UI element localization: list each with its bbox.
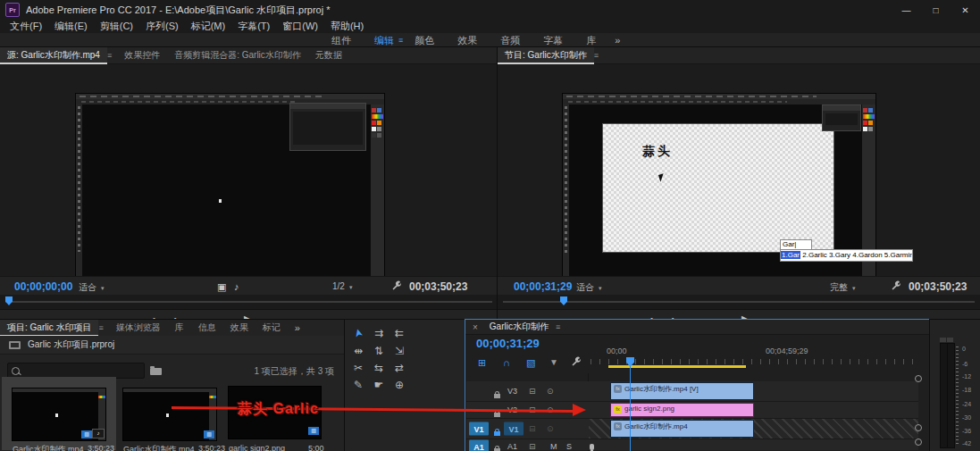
tab-project[interactable]: 项目: Garlic 水印项目 (0, 320, 98, 337)
track-output-eye-icon[interactable]: ⊙ (547, 424, 554, 433)
track-lock-icon[interactable] (494, 413, 500, 417)
project-item-thumbnail[interactable]: ▥ (123, 388, 216, 440)
razor-tool[interactable]: ✂ (348, 360, 368, 376)
solo-button[interactable]: S (566, 442, 572, 451)
clip-v1-locked[interactable]: fxGarlic水印制作.mp4 (610, 420, 754, 438)
program-panel-menu-icon[interactable]: ≡ (594, 51, 604, 60)
menu-clip[interactable]: 剪辑(C) (94, 20, 139, 33)
track-resize-handle[interactable] (915, 375, 922, 382)
menu-edit[interactable]: 编辑(E) (48, 20, 94, 33)
tab-program[interactable]: 节目: Garlic水印制作 (498, 47, 594, 64)
project-overflow-icon[interactable]: » (295, 322, 300, 333)
hand-tool[interactable]: ☛ (369, 377, 389, 393)
slip-tool[interactable]: ⇆ (369, 360, 389, 376)
track-lock-icon[interactable] (494, 394, 500, 398)
ime-selected-candidate[interactable]: 1.Gar (781, 251, 800, 259)
sync-lock-icon[interactable]: ⊟ (529, 387, 536, 396)
pen-tool[interactable]: ✎ (348, 377, 368, 393)
source-patch-a1-button[interactable]: A1 (469, 440, 489, 451)
tab-media-browser[interactable]: 媒体浏览器 (109, 320, 168, 337)
program-playhead[interactable] (560, 296, 567, 305)
menu-markers[interactable]: 标记(M) (185, 20, 232, 33)
tab-sequence[interactable]: Garlic水印制作 (482, 319, 556, 336)
drag-video-icon[interactable]: ▣ (217, 281, 226, 292)
menu-window[interactable]: 窗口(W) (276, 20, 324, 33)
tab-effects[interactable]: 效果 (223, 320, 255, 337)
project-bin-row[interactable]: Garlic 水印项目.prproj (0, 336, 345, 355)
track-target-v1-button[interactable]: V1 (504, 422, 524, 436)
program-quality-dropdown[interactable]: 完整▾ (830, 281, 856, 294)
drag-audio-icon[interactable]: ♪ (234, 281, 239, 292)
source-patch-v1-button[interactable]: V1 (469, 422, 489, 436)
workspace-color[interactable]: 颜色 (403, 34, 446, 47)
timeline-panel-menu-icon[interactable]: ≡ (556, 322, 565, 331)
tab-source[interactable]: 源: Garlic水印制作.mp4 (0, 47, 107, 64)
timeline-tab-close-icon[interactable]: × (465, 322, 482, 332)
clip-v2[interactable]: fxgarlic sign2.png (610, 403, 754, 417)
menu-titles[interactable]: 字幕(T) (231, 20, 276, 33)
source-zoom-dropdown[interactable]: 1/2▾ (332, 281, 352, 291)
source-panel-menu-icon[interactable]: ≡ (107, 51, 117, 60)
track-resize-handle[interactable] (915, 438, 922, 446)
ruler-start-label: 00;00 (607, 347, 627, 355)
add-marker-icon[interactable]: ▼ (549, 357, 558, 367)
track-label[interactable]: V3 (507, 387, 517, 396)
menu-file[interactable]: 文件(F) (4, 20, 48, 33)
linked-selection-icon[interactable]: ▧ (526, 357, 535, 369)
voiceover-mic-icon[interactable] (590, 444, 594, 450)
program-fit-dropdown[interactable]: 适合▾ (576, 281, 602, 294)
ripple-edit-tool[interactable]: ⇹ (348, 343, 368, 359)
tab-audio-clip-mixer[interactable]: 音频剪辑混合器: Garlic水印制作 (167, 47, 308, 64)
new-bin-folder-icon[interactable] (150, 368, 162, 375)
zoom-tool[interactable]: ⊕ (389, 377, 409, 393)
track-resize-handle[interactable] (915, 424, 922, 431)
project-panel-menu-icon[interactable]: ≡ (98, 323, 108, 332)
track-select-backward-tool[interactable]: ⇇ (389, 325, 409, 341)
workspace-titles[interactable]: 字幕 (532, 34, 574, 47)
rate-stretch-tool[interactable]: ⇲ (389, 343, 409, 359)
timeline-settings-wrench-icon[interactable] (571, 356, 582, 369)
app-logo-icon: Pr (5, 3, 20, 17)
workspace-assembly[interactable]: 组件 (320, 34, 363, 47)
menu-sequence[interactable]: 序列(S) (139, 20, 185, 33)
rolling-edit-tool[interactable]: ⇅ (369, 343, 389, 359)
close-button[interactable]: ✕ (951, 0, 980, 20)
program-settings-wrench-icon[interactable] (891, 280, 901, 293)
program-timecode[interactable]: 00;00;31;29 (514, 280, 572, 293)
selection-tool[interactable]: ➤ (348, 322, 368, 345)
track-lock-icon-locked[interactable] (494, 431, 500, 436)
program-scrubber[interactable] (498, 295, 980, 310)
snap-magnet-icon[interactable]: ∩ (503, 357, 510, 368)
sync-lock-icon[interactable]: ⊟ (529, 442, 536, 451)
search-input[interactable] (23, 365, 134, 377)
tab-effect-controls[interactable]: 效果控件 (117, 47, 167, 64)
workspace-libraries[interactable]: 库 (574, 34, 607, 47)
menu-help[interactable]: 帮助(H) (324, 20, 370, 33)
track-select-forward-tool[interactable]: ⇉ (369, 325, 389, 341)
source-settings-wrench-icon[interactable] (391, 280, 402, 293)
minimize-button[interactable]: — (892, 0, 921, 20)
maximize-button[interactable]: □ (921, 0, 951, 20)
tab-markers[interactable]: 标记 (255, 320, 288, 337)
workspace-overflow-icon[interactable]: » (615, 35, 620, 46)
workspace-audio[interactable]: 音频 (489, 34, 532, 47)
timeline-ruler[interactable] (591, 359, 918, 364)
tab-metadata[interactable]: 元数据 (308, 47, 349, 64)
source-fit-dropdown[interactable]: 适合▾ (79, 281, 105, 294)
source-playhead[interactable] (5, 296, 13, 305)
tab-libraries[interactable]: 库 (168, 320, 191, 337)
source-timecode[interactable]: 00;00;00;00 (14, 280, 72, 293)
clip-v3[interactable]: fxGarlic水印制作.mp4 [V] (610, 382, 754, 400)
ime-candidates[interactable]: 1.Gar 2.Garlic 3.Gary 4.Gardon 5.Garmin (780, 249, 913, 262)
track-label[interactable]: A1 (507, 442, 517, 451)
workspace-effects[interactable]: 效果 (446, 34, 489, 47)
nest-toggle-icon[interactable]: ⊞ (478, 357, 486, 369)
project-item-thumbnail[interactable]: ▥ ♪ (13, 388, 105, 440)
source-scrubber[interactable] (0, 295, 498, 310)
timeline-timecode[interactable]: 00;00;31;29 (476, 337, 540, 350)
tab-info[interactable]: 信息 (191, 320, 223, 337)
track-output-eye-icon[interactable]: ⊙ (547, 387, 554, 396)
slide-tool[interactable]: ⇄ (389, 360, 409, 376)
mute-button[interactable]: M (550, 442, 557, 451)
sync-lock-icon[interactable]: ⊟ (529, 424, 536, 433)
